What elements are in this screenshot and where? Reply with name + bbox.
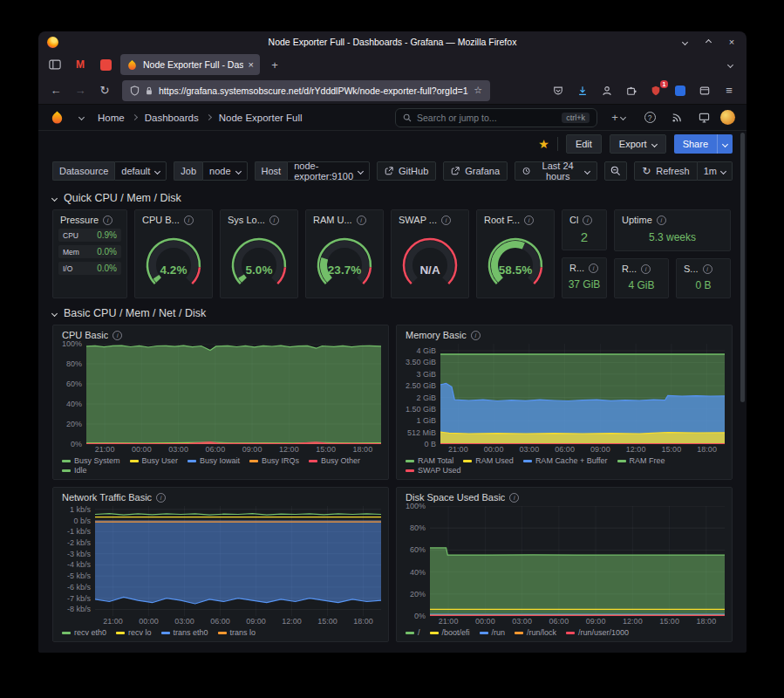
address-bar[interactable]: https://grafana.systemsobscure.net/d/rYd… <box>122 80 490 101</box>
forward-button[interactable]: → <box>69 80 92 101</box>
panel-info-icon[interactable]: i <box>112 331 122 340</box>
zoom-out-button[interactable] <box>604 161 627 181</box>
legend-item[interactable]: Busy Other <box>309 456 360 465</box>
panel-info-icon[interactable]: i <box>703 264 712 274</box>
section-basic[interactable]: Basic CPU / Mem / Net / Disk <box>52 302 733 325</box>
legend-item[interactable]: trans eth0 <box>161 628 208 637</box>
edit-button[interactable]: Edit <box>566 134 602 154</box>
legend-item[interactable]: Busy IRQs <box>249 456 299 465</box>
help-button[interactable]: ? <box>639 108 660 127</box>
panel-info-icon[interactable]: i <box>657 216 666 225</box>
github-link-button[interactable]: GitHub <box>377 161 436 181</box>
chart-canvas[interactable] <box>86 344 381 444</box>
password-manager-button[interactable] <box>669 80 692 101</box>
page-scrollbar[interactable] <box>740 133 746 651</box>
user-avatar[interactable] <box>720 110 735 125</box>
create-new-button[interactable]: + <box>603 108 633 127</box>
legend-item[interactable]: Busy User <box>130 456 179 465</box>
breadcrumb-dashboards[interactable]: Dashboards <box>145 113 199 123</box>
legend-item[interactable]: RAM Free <box>617 456 665 465</box>
panel-info-icon[interactable]: i <box>441 216 451 225</box>
legend-item[interactable]: recv lo <box>116 628 152 637</box>
search-input[interactable]: Search or jump to... ctrl+k <box>395 108 597 127</box>
variable-host[interactable]: Host node-exporter:9100 <box>255 161 371 181</box>
tracking-shield-icon[interactable] <box>130 86 140 96</box>
grafana-logo-icon[interactable] <box>50 110 65 125</box>
export-button[interactable]: Export <box>610 134 666 154</box>
back-button[interactable]: ← <box>44 80 67 101</box>
variable-datasource[interactable]: Datasource default <box>52 161 167 181</box>
section-quick[interactable]: Quick CPU / Mem / Disk <box>52 187 733 209</box>
gauge-canvas[interactable]: 5.0% <box>221 227 297 298</box>
containers-button[interactable] <box>693 80 716 101</box>
legend-item[interactable]: /boot/efi <box>430 628 470 637</box>
panel-info-icon[interactable]: i <box>471 331 481 340</box>
downloads-button[interactable] <box>571 80 594 101</box>
variable-value[interactable]: node-exporter:9100 <box>287 161 370 181</box>
panel-info-icon[interactable]: i <box>156 493 166 503</box>
variable-job[interactable]: Job node <box>174 161 247 181</box>
chart-canvas[interactable] <box>430 506 725 616</box>
news-button[interactable] <box>666 108 687 127</box>
scrollbar-thumb[interactable] <box>740 133 745 402</box>
panel-info-icon[interactable]: i <box>184 216 194 225</box>
legend-item[interactable]: SWAP Used <box>406 466 461 475</box>
panel-info-icon[interactable]: i <box>583 216 592 225</box>
panel-info-icon[interactable]: i <box>269 216 279 225</box>
gauge-canvas[interactable]: 4.2% <box>135 227 212 298</box>
legend-item[interactable]: Busy Iowait <box>187 456 240 465</box>
window-titlebar[interactable]: Node Exporter Full - Dashboards - Grafan… <box>38 31 747 52</box>
legend-item[interactable]: / <box>406 628 420 637</box>
grafana-link-button[interactable]: Grafana <box>443 161 508 181</box>
chart-canvas[interactable] <box>95 506 381 616</box>
breadcrumb-home[interactable]: Home <box>98 113 125 123</box>
window-close-button[interactable]: × <box>726 36 738 48</box>
legend-item[interactable]: Idle <box>62 466 87 475</box>
favorite-star-icon[interactable]: ★ <box>538 137 549 151</box>
share-menu-button[interactable] <box>717 134 733 154</box>
variable-value[interactable]: default <box>114 161 167 181</box>
panel-info-icon[interactable]: i <box>357 216 366 225</box>
menu-button[interactable]: ≡ <box>718 80 740 101</box>
legend-item[interactable]: Busy System <box>62 456 120 465</box>
gauge-canvas[interactable]: 58.5% <box>477 227 554 298</box>
active-tab[interactable]: Node Exporter Full - Dashbo × <box>120 54 260 75</box>
pocket-button[interactable] <box>547 80 569 101</box>
panel-info-icon[interactable]: i <box>641 264 651 274</box>
legend-item[interactable]: RAM Used <box>463 456 514 465</box>
gauge-canvas[interactable]: 23.7% <box>306 227 383 298</box>
mega-menu-toggle[interactable] <box>71 108 92 127</box>
tab-list-button[interactable] <box>719 54 740 75</box>
refresh-interval-dropdown[interactable]: 1m <box>698 161 733 181</box>
legend-item[interactable]: /run/lock <box>515 628 556 637</box>
bookmark-star-button[interactable]: ☆ <box>474 85 482 96</box>
legend-item[interactable]: recv eth0 <box>62 628 106 637</box>
extensions-button[interactable] <box>620 80 643 101</box>
window-maximize-button[interactable] <box>702 36 714 48</box>
tab-close-button[interactable]: × <box>249 59 254 70</box>
account-button[interactable] <box>596 80 618 101</box>
gauge-canvas[interactable]: N/A <box>392 227 468 298</box>
legend-item[interactable]: RAM Total <box>406 456 453 465</box>
chart-canvas[interactable] <box>440 344 725 444</box>
panel-info-icon[interactable]: i <box>509 493 519 503</box>
legend-item[interactable]: RAM Cache + Buffer <box>523 456 608 465</box>
new-tab-button[interactable]: + <box>264 54 285 75</box>
legend-item[interactable]: /run/user/1000 <box>566 628 629 637</box>
refresh-button[interactable]: ↻ Refresh <box>634 161 698 181</box>
legend-item[interactable]: trans lo <box>218 628 256 637</box>
pinned-tab-gmail[interactable]: M <box>70 54 91 75</box>
firefox-view-button[interactable] <box>44 54 65 75</box>
window-minimize-button[interactable] <box>678 36 691 48</box>
variable-value[interactable]: node <box>202 161 247 181</box>
panel-info-icon[interactable]: i <box>524 216 534 225</box>
legend-item[interactable]: /run <box>480 628 506 637</box>
time-range-picker[interactable]: Last 24 hours <box>515 161 597 181</box>
share-button[interactable]: Share <box>674 134 717 154</box>
adblock-extension-button[interactable]: 1 <box>644 80 667 101</box>
reload-button[interactable]: ↻ <box>93 80 116 101</box>
lock-icon[interactable] <box>145 86 153 96</box>
panel-info-icon[interactable]: i <box>589 263 598 273</box>
pinned-tab-2[interactable] <box>95 54 116 75</box>
display-button[interactable] <box>693 108 714 127</box>
